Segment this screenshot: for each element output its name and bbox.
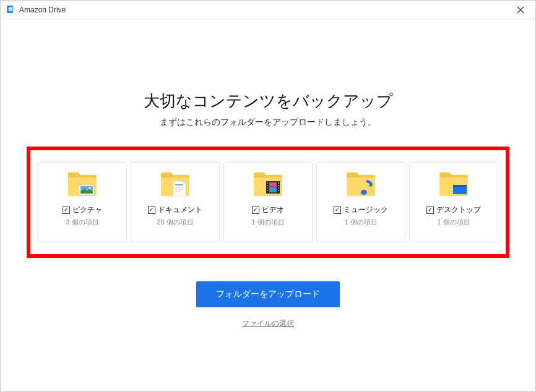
page-subheading: まずはこれらのフォルダーをアップロードしましょう。 — [160, 117, 376, 128]
folder-card-pictures[interactable]: ✓ ピクチャ 3 個の項目 — [38, 162, 127, 242]
checkbox-desktop[interactable]: ✓ — [426, 207, 434, 214]
checkbox-pictures[interactable]: ✓ — [63, 207, 70, 214]
card-label-row: ✓ ミュージック — [334, 205, 388, 215]
svg-text:a: a — [10, 7, 12, 11]
card-label-row: ✓ デスクトップ — [426, 205, 481, 215]
card-label: ピクチャ — [72, 205, 102, 215]
card-label: ビデオ — [262, 205, 284, 215]
pictures-folder-icon — [67, 171, 98, 197]
folder-card-videos[interactable]: ✓ ビデオ 1 個の項目 — [223, 162, 313, 242]
folder-cards-highlight: ✓ ピクチャ 3 個の項目 — [27, 147, 509, 258]
svg-rect-21 — [278, 185, 279, 186]
card-label-row: ✓ ピクチャ — [63, 205, 102, 215]
music-folder-icon — [345, 171, 376, 197]
upload-folder-button[interactable]: フォルダーをアップロード — [196, 281, 340, 307]
folder-card-desktop[interactable]: ✓ デスクトップ 1 個の項目 — [409, 162, 498, 242]
folder-card-documents[interactable]: ✓ ドキュメント 20 個の項目 — [131, 162, 220, 242]
svg-point-7 — [89, 187, 91, 189]
svg-rect-23 — [278, 190, 279, 191]
card-count: 1 個の項目 — [437, 218, 470, 227]
svg-rect-18 — [267, 187, 268, 189]
documents-folder-icon — [160, 171, 191, 197]
svg-rect-28 — [453, 185, 467, 187]
svg-rect-8 — [173, 181, 186, 196]
titlebar-left: a Amazon Drive — [6, 5, 66, 15]
svg-rect-19 — [267, 190, 268, 191]
file-select-link[interactable]: ファイルの選択 — [242, 318, 294, 329]
svg-rect-25 — [269, 187, 277, 192]
card-label: ドキュメント — [158, 205, 202, 215]
checkbox-music[interactable]: ✓ — [334, 207, 341, 214]
svg-rect-22 — [278, 187, 279, 189]
checkbox-videos[interactable]: ✓ — [252, 207, 259, 214]
app-title: Amazon Drive — [19, 6, 66, 14]
svg-point-26 — [361, 190, 367, 195]
card-label-row: ✓ ドキュメント — [148, 205, 202, 215]
card-label: ミュージック — [344, 205, 388, 215]
close-button[interactable] — [513, 2, 528, 17]
card-label-row: ✓ ビデオ — [252, 205, 284, 215]
checkbox-documents[interactable]: ✓ — [148, 207, 155, 214]
svg-rect-17 — [267, 185, 268, 186]
app-window: a Amazon Drive 大切なコンテンツをバックアップ まずはこれらのフォ… — [0, 0, 536, 392]
app-icon: a — [6, 5, 15, 15]
card-count: 20 個の項目 — [157, 218, 193, 227]
folder-cards: ✓ ピクチャ 3 個の項目 — [38, 162, 498, 242]
videos-folder-icon — [253, 171, 283, 197]
card-count: 1 個の項目 — [344, 218, 377, 227]
content-area: 大切なコンテンツをバックアップ まずはこれらのフォルダーをアップロードしましょう… — [1, 19, 535, 391]
card-label: デスクトップ — [436, 205, 481, 215]
svg-rect-24 — [269, 182, 277, 187]
folder-card-music[interactable]: ✓ ミュージック 1 個の項目 — [316, 162, 405, 242]
card-count: 3 個の項目 — [66, 218, 98, 227]
desktop-folder-icon — [438, 171, 469, 197]
titlebar: a Amazon Drive — [1, 1, 535, 19]
card-count: 1 個の項目 — [251, 218, 284, 227]
svg-rect-16 — [267, 182, 268, 184]
svg-rect-20 — [278, 182, 279, 184]
page-heading: 大切なコンテンツをバックアップ — [144, 90, 393, 112]
